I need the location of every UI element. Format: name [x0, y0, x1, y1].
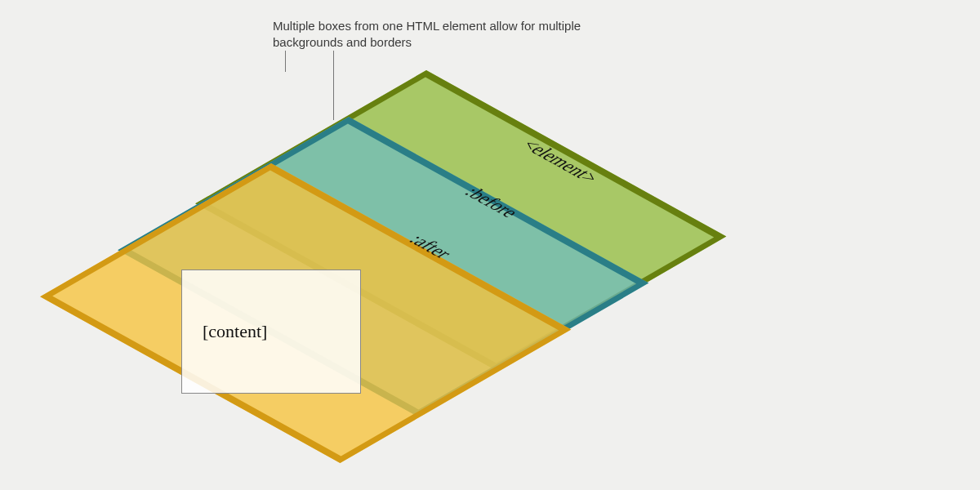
callout-line-2	[333, 51, 334, 120]
diagram-stage: Multiple boxes from one HTML element all…	[0, 0, 980, 490]
content-card-label: [content]	[203, 321, 267, 342]
callout-line-1	[285, 51, 286, 72]
caption-text: Multiple boxes from one HTML element all…	[273, 18, 599, 51]
